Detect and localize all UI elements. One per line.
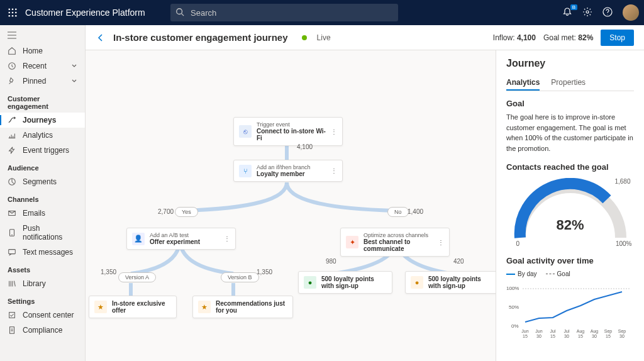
compliance-icon <box>8 326 16 335</box>
node-offer-1[interactable]: ★ In-store exclusive offer <box>89 296 177 318</box>
yes-pill: Yes <box>175 207 198 217</box>
page-title: In-store customer engagement journey <box>113 32 288 43</box>
sidebar-item-recent[interactable]: Recent <box>0 58 85 74</box>
chart-legend: By day Goal <box>506 270 634 277</box>
chevron-down-icon <box>71 63 77 69</box>
svg-text:Aug: Aug <box>577 329 585 334</box>
more-icon[interactable]: ⋮ <box>438 239 444 246</box>
node-points-2[interactable]: ● 500 loyalty points with sign-up <box>405 271 496 294</box>
pin-icon <box>8 77 16 86</box>
segments-icon <box>8 177 16 186</box>
line-chart: 100% 50% 0% Jun15 Jun30 Jul15 Jul30 Aug1… <box>506 282 632 339</box>
svg-point-8 <box>15 15 17 17</box>
chevron-down-icon <box>71 78 77 84</box>
notifications-icon[interactable]: B <box>562 7 574 18</box>
node-points-1[interactable]: ● 500 loyalty points with sign-up <box>298 271 392 294</box>
node-branch[interactable]: ⑂ Add an if/then branchLoyalty member ⋮ <box>233 160 343 182</box>
svg-text:15: 15 <box>550 334 555 338</box>
inflow-stat: Inflow: 4,100 <box>493 33 536 42</box>
more-icon[interactable]: ⋮ <box>224 235 230 242</box>
svg-text:Jun: Jun <box>535 329 542 333</box>
library-icon <box>8 279 16 288</box>
svg-text:30: 30 <box>592 334 597 338</box>
sidebar-item-pinned[interactable]: Pinned <box>0 74 85 89</box>
sidebar-item-label: Recent <box>23 62 47 70</box>
offer-icon: ★ <box>94 301 107 313</box>
nav-section-settings: Settings <box>0 291 85 308</box>
node-ab-test[interactable]: 👤 Add an A/B testOffer experiment ⋮ <box>126 228 236 250</box>
sidebar-item-label: Home <box>23 47 43 55</box>
vb-count: 1,350 <box>257 269 272 275</box>
sidebar-item-label: Compliance <box>23 326 62 335</box>
nav-section-engagement: Customer engagement <box>0 89 85 113</box>
analytics-icon <box>8 131 16 140</box>
sidebar-item-consent[interactable]: Consent center <box>0 308 85 323</box>
trigger-icon <box>8 146 16 155</box>
sidebar-item-label: Emails <box>23 209 45 218</box>
sidebar-item-library[interactable]: Library <box>0 276 85 291</box>
sidebar-item-event-triggers[interactable]: Event triggers <box>0 143 85 158</box>
sidebar-item-emails[interactable]: Emails <box>0 206 85 221</box>
goal-stat: Goal met: 82% <box>543 33 593 42</box>
help-icon[interactable] <box>602 7 614 18</box>
svg-text:30: 30 <box>536 334 541 338</box>
offer-icon: ★ <box>198 301 211 313</box>
tab-properties[interactable]: Properties <box>551 75 586 91</box>
sidebar-item-push[interactable]: Push notifications <box>0 221 85 245</box>
svg-text:100%: 100% <box>506 286 519 291</box>
journeys-icon <box>8 116 16 125</box>
sidebar: Home Recent Pinned Customer engagement J… <box>0 25 86 361</box>
notification-badge: B <box>570 4 577 10</box>
settings-icon[interactable] <box>582 7 594 18</box>
sidebar-item-text[interactable]: Text messages <box>0 245 85 260</box>
svg-point-0 <box>8 8 10 10</box>
right-panel: Journey Analytics Properties Goal The go… <box>496 50 644 361</box>
avatar[interactable] <box>623 4 639 21</box>
sidebar-item-label: Journeys <box>23 116 56 125</box>
status-text: Live <box>317 33 331 42</box>
sidebar-item-compliance[interactable]: Compliance <box>0 323 85 338</box>
branch-icon: ⑂ <box>239 165 252 177</box>
sidebar-item-segments[interactable]: Segments <box>0 174 85 189</box>
sidebar-item-label: Push notifications <box>23 224 77 242</box>
sidebar-item-label: Library <box>23 279 46 288</box>
consent-icon <box>8 311 16 319</box>
sidebar-item-home[interactable]: Home <box>0 43 85 58</box>
svg-point-1 <box>12 8 14 10</box>
push-icon <box>8 228 16 237</box>
yes-count: 2,700 <box>158 208 174 215</box>
sidebar-item-journeys[interactable]: Journeys <box>0 113 85 128</box>
sidebar-item-label: Segments <box>23 177 57 186</box>
home-icon <box>8 47 16 55</box>
node-optimize[interactable]: ✦ Optimize across channelsBest channel t… <box>340 228 450 257</box>
svg-text:0%: 0% <box>511 323 519 329</box>
opt-right-count: 420 <box>453 258 464 265</box>
ab-test-icon: 👤 <box>132 233 145 245</box>
search-input[interactable] <box>170 4 398 21</box>
nav-section-assets: Assets <box>0 260 85 276</box>
app-launcher-icon[interactable] <box>5 5 20 20</box>
clock-icon <box>8 62 16 70</box>
svg-text:15: 15 <box>523 334 528 338</box>
node-trigger[interactable]: ⎋ Trigger eventConnect to in-store Wi-Fi… <box>233 117 343 146</box>
more-icon[interactable]: ⋮ <box>331 128 337 135</box>
activity-heading: Goal activity over time <box>506 256 634 265</box>
stop-button[interactable]: Stop <box>601 30 634 46</box>
points-icon: ● <box>411 276 423 289</box>
svg-rect-17 <box>9 313 15 318</box>
svg-rect-18 <box>10 327 14 334</box>
sidebar-item-label: Analytics <box>23 131 53 140</box>
svg-point-10 <box>586 11 589 13</box>
svg-text:Sep: Sep <box>604 329 613 334</box>
svg-point-7 <box>12 15 14 17</box>
node-offer-2[interactable]: ★ Recommendations just for you <box>192 296 293 318</box>
tab-analytics[interactable]: Analytics <box>506 75 540 91</box>
sidebar-item-analytics[interactable]: Analytics <box>0 128 85 143</box>
menu-toggle-icon[interactable] <box>0 29 85 43</box>
back-icon[interactable] <box>96 33 106 43</box>
opt-left-count: 980 <box>326 258 336 265</box>
svg-text:Jul: Jul <box>564 329 570 333</box>
sidebar-item-label: Pinned <box>23 77 46 86</box>
more-icon[interactable]: ⋮ <box>331 167 337 174</box>
journey-canvas[interactable]: ⎋ Trigger eventConnect to in-store Wi-Fi… <box>86 50 496 361</box>
